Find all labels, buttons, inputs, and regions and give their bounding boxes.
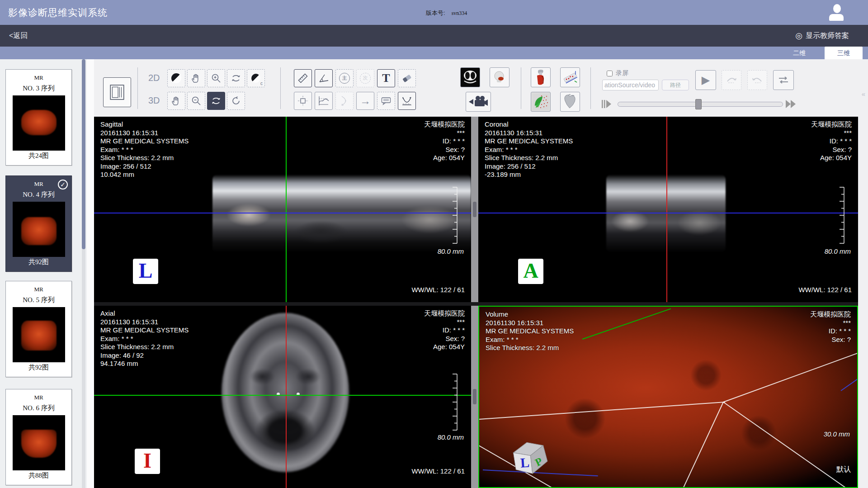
zoom-in-2d-button[interactable] xyxy=(207,69,225,87)
fast-forward-icon[interactable] xyxy=(785,99,798,109)
wwwl-readout: WW/WL: 122 / 61 xyxy=(798,286,852,294)
spine-slices-button[interactable] xyxy=(560,67,580,87)
viewport-axial[interactable]: Axial 20161130 16:15:31 MR GE MEDICAL SY… xyxy=(94,306,471,488)
measure-length-button[interactable] xyxy=(294,69,312,87)
roi-box-button[interactable] xyxy=(294,92,312,110)
histogram-button[interactable] xyxy=(315,92,333,110)
sagittal-image xyxy=(212,175,471,252)
series-card-5[interactable]: MR NO. 5 序列 共92图 xyxy=(5,281,72,377)
wwwl-reset-button[interactable]: c xyxy=(247,69,265,87)
patient-sex: Sex: ? xyxy=(811,146,852,154)
patient-age: Age: 054Y xyxy=(424,343,465,351)
angle-icon xyxy=(318,72,330,84)
series-card-4[interactable]: ✓ MR NO. 4 序列 共92图 xyxy=(5,175,72,272)
skull-preset-button[interactable] xyxy=(490,67,509,87)
series-thumbnail-volume xyxy=(21,217,57,245)
slice-thickness: Slice Thickness: 2.2 mm xyxy=(486,344,574,352)
curve-tool-button[interactable] xyxy=(335,92,354,110)
sagittal-overlay-right: 天堰模拟医院 *** ID: * * * Sex: ? Age: 054Y xyxy=(424,120,465,162)
path-button[interactable]: 路径 xyxy=(662,80,689,90)
comment-button[interactable] xyxy=(377,92,395,110)
image-index: Image: 256 / 512 xyxy=(485,162,573,171)
toolbar-collapse-chevron[interactable]: « xyxy=(862,90,865,98)
orientation-cube[interactable]: L P xyxy=(507,436,551,478)
rotate-2d-button[interactable] xyxy=(227,69,245,87)
series-card-6[interactable]: MR NO. 6 序列 共88图 xyxy=(5,389,72,485)
mode-2d-label: 2D xyxy=(148,73,160,83)
spine-curve-button[interactable] xyxy=(398,92,416,110)
surface-preset-button[interactable] xyxy=(531,92,551,112)
viewport-coronal[interactable]: Coronal 20161130 16:15:31 MR GE MEDICAL … xyxy=(478,117,858,302)
image-index: Image: 46 / 92 xyxy=(100,351,189,360)
roi-main-button[interactable]: 主 xyxy=(335,69,354,87)
view-title: Volume xyxy=(486,310,574,319)
hand-icon xyxy=(191,73,202,84)
tab-3d[interactable]: 三维 xyxy=(825,47,863,59)
layout-icon xyxy=(108,84,126,101)
toolbar-divider xyxy=(137,67,138,109)
series-thumbnail-volume xyxy=(21,110,57,135)
cube-face-left-label: L xyxy=(520,455,530,470)
roi-secondary-button[interactable]: 次 xyxy=(356,69,374,87)
show-teacher-answer-button[interactable]: ◎ 显示教师答案 xyxy=(795,31,849,41)
tab-2d[interactable]: 二维 xyxy=(780,47,818,59)
measure-angle-button[interactable] xyxy=(315,69,333,87)
histogram-icon xyxy=(318,95,330,107)
scale-label: 80.0 mm xyxy=(438,247,464,256)
orientation-marker: I xyxy=(135,449,160,474)
rotate-icon xyxy=(211,95,222,106)
axial-highlight-dot xyxy=(277,393,280,396)
user-avatar-icon[interactable] xyxy=(829,4,844,21)
series-card-3[interactable]: MR NO. 3 序列 共24图 xyxy=(5,69,72,166)
knee-preset-button[interactable] xyxy=(531,67,551,87)
animation-slider-handle[interactable] xyxy=(695,99,702,109)
study-datetime: 20161130 16:15:31 xyxy=(485,129,573,137)
viewport-splitter-horizontal[interactable] xyxy=(94,302,858,306)
splitter-grip[interactable] xyxy=(473,202,476,217)
export-video-button[interactable] xyxy=(466,92,491,112)
hospital-name: 天堰模拟医院 xyxy=(424,309,465,318)
rotate-animation-cw-button[interactable] xyxy=(722,70,741,90)
viewport-volume[interactable]: Volume 20161130 16:15:31 MR GE MEDICAL S… xyxy=(478,306,858,488)
zoom-in-icon xyxy=(211,73,222,84)
pan-2d-button[interactable] xyxy=(187,69,205,87)
view-title: Axial xyxy=(100,309,189,318)
header-bar: 影像诊断思维实训系统 版本号: svn334 xyxy=(0,0,868,25)
step-back-icon[interactable] xyxy=(601,99,615,109)
show-teacher-answer-label: 显示教师答案 xyxy=(806,31,849,41)
hospital-name: 天堰模拟医院 xyxy=(810,310,851,319)
patient-sex: Sex: ? xyxy=(424,146,465,154)
back-button[interactable]: <返回 xyxy=(9,31,28,41)
record-screen-checkbox[interactable] xyxy=(607,71,613,76)
viewport-sagittal[interactable]: Sagittal 20161130 16:15:31 MR GE MEDICAL… xyxy=(94,117,471,302)
volume-overlay-left: Volume 20161130 16:15:31 MR GE MEDICAL S… xyxy=(486,310,574,352)
swap-arrows-icon xyxy=(778,74,789,86)
arc-icon xyxy=(339,95,350,107)
mpr-lung-button[interactable] xyxy=(460,67,480,87)
play-button[interactable]: ▶ xyxy=(695,70,716,90)
splitter-grip[interactable] xyxy=(473,389,476,404)
text-annotation-button[interactable]: T xyxy=(377,69,395,87)
wwwl-tool-button[interactable] xyxy=(167,69,185,87)
eraser-button[interactable] xyxy=(398,69,416,87)
video-path-input[interactable] xyxy=(602,80,659,90)
arrow-annotation-button[interactable]: → xyxy=(356,92,374,110)
version-info: 版本号: svn334 xyxy=(426,9,467,17)
scale-label: 80.0 mm xyxy=(825,247,851,256)
sidebar-scrollbar-thumb[interactable] xyxy=(82,59,85,249)
series-name: NO. 5 序列 xyxy=(6,296,71,304)
rotate-3d-button[interactable] xyxy=(207,92,225,110)
series-thumbnail xyxy=(13,415,65,470)
patient-name: *** xyxy=(424,318,465,327)
rotate-icon xyxy=(231,73,241,84)
series-name: NO. 3 序列 xyxy=(6,84,71,93)
rotate-animation-ccw-button[interactable] xyxy=(747,70,767,90)
swap-direction-button[interactable] xyxy=(773,70,794,90)
heart-preset-button[interactable] xyxy=(560,92,580,112)
arrow-icon: → xyxy=(360,95,371,107)
layout-button[interactable] xyxy=(103,77,131,107)
zoom-3d-button[interactable] xyxy=(187,92,205,110)
pan-3d-button[interactable] xyxy=(167,92,185,110)
patient-id: ID: * * * xyxy=(424,326,465,335)
reset-rotation-button[interactable] xyxy=(227,92,245,110)
